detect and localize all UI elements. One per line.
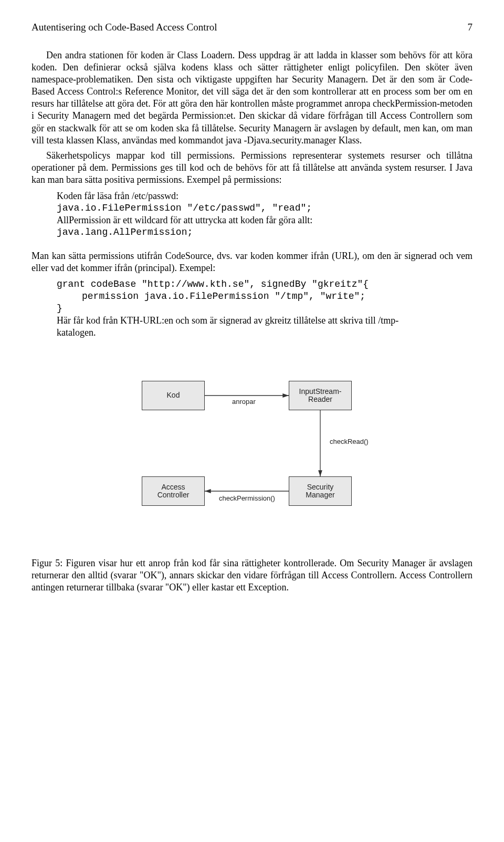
- page-number: 7: [468, 21, 473, 34]
- body-paragraph-2: Säkerhetspolicys mappar kod till permiss…: [32, 150, 472, 186]
- body-paragraph-3: Man kan sätta permissions utifrån CodeSo…: [32, 250, 472, 274]
- edge-label-checkpermission: checkPermission(): [218, 494, 276, 503]
- edge-label-checkread: checkRead(): [329, 438, 370, 446]
- example-line: AllPermission är ett wildcard för att ut…: [57, 214, 472, 226]
- code-line: }: [57, 303, 472, 315]
- code-line: permission java.io.FilePermission "/tmp"…: [57, 290, 472, 303]
- figure-5: Kod InputStream- Reader Access Controlle…: [32, 370, 472, 531]
- code-line: grant codeBase "http://www.kth.se", sign…: [57, 278, 472, 290]
- running-title: Autentisering och Code-Based Access Cont…: [32, 21, 217, 34]
- example-line: Här får kod från KTH-URL:en och som är s…: [57, 315, 414, 339]
- diagram-node-inputstreamreader: InputStream- Reader: [289, 381, 352, 410]
- diagram-node-kod: Kod: [142, 381, 205, 410]
- example-line: Koden får läsa från /etc/passwd:: [57, 190, 472, 202]
- page-header: Autentisering och Code-Based Access Cont…: [32, 21, 472, 34]
- code-line: java.io.FilePermission "/etc/passwd", "r…: [57, 202, 472, 214]
- example-block-1: Koden får läsa från /etc/passwd: java.io…: [57, 190, 472, 238]
- code-line: java.lang.AllPermission;: [57, 226, 472, 238]
- diagram-node-securitymanager: Security Manager: [289, 476, 352, 506]
- figure-caption: Figur 5: Figuren visar hur ett anrop frå…: [32, 557, 472, 594]
- edge-label-anropar: anropar: [231, 398, 257, 407]
- example-block-2: grant codeBase "http://www.kth.se", sign…: [57, 278, 472, 339]
- body-paragraph-1: Den andra stationen för koden är Class L…: [32, 49, 472, 146]
- diagram-node-accesscontroller: Access Controller: [142, 476, 205, 506]
